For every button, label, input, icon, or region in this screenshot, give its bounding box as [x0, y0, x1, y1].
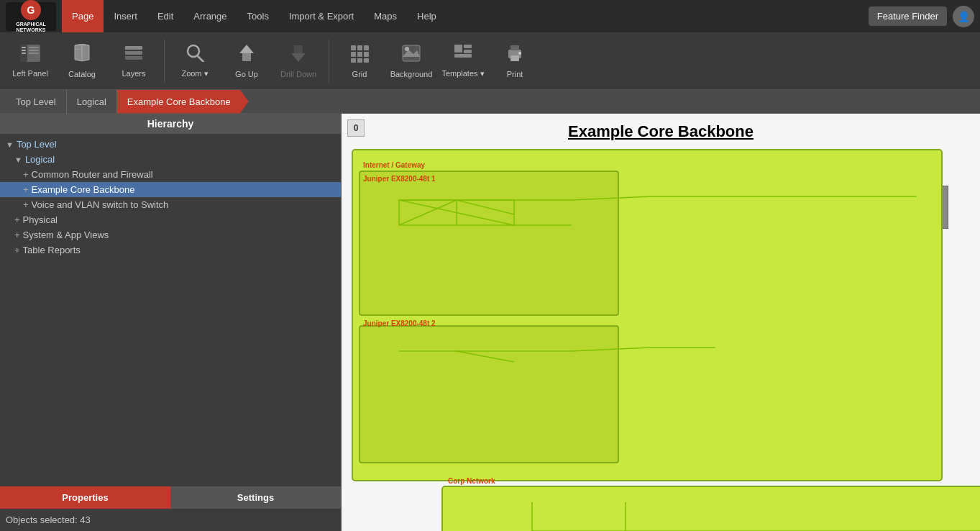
expand-icon-logical: ▼	[14, 155, 22, 164]
svg-rect-31	[454, 45, 462, 53]
svg-rect-25	[351, 58, 356, 63]
plus-icon-physical: +	[14, 214, 20, 225]
toolbar-sep-2	[329, 40, 329, 83]
plus-icon-system-app: +	[14, 230, 20, 240]
menu-arrange[interactable]: Arrange	[183, 0, 237, 32]
cisco-ws-2: Cisco WS-4	[600, 524, 651, 531]
print-icon	[505, 44, 525, 67]
tree-physical[interactable]: + Physical	[0, 212, 341, 227]
svg-rect-22	[351, 52, 356, 57]
zoom-button[interactable]: Zoom ▾	[170, 35, 219, 87]
tree-example-core[interactable]: + Example Core Backbone	[0, 182, 341, 197]
network-node-1	[377, 186, 412, 220]
menu-maps[interactable]: Maps	[364, 0, 407, 32]
user-avatar: 👤	[953, 6, 974, 27]
tree-example-core-label: Example Core Backbone	[32, 184, 135, 195]
tree-logical[interactable]: ▼ Logical	[0, 152, 341, 167]
svg-rect-19	[351, 45, 356, 50]
network-node-4	[520, 186, 554, 220]
menu-tools[interactable]: Tools	[237, 0, 279, 32]
network-node-9	[520, 230, 554, 265]
svg-rect-21	[364, 45, 369, 50]
tree-system-app-label: System & App Views	[23, 230, 109, 240]
objects-selected-text: Objects selected: 43	[6, 514, 91, 525]
logo-text: GRAPHICAL	[16, 22, 46, 27]
background-button[interactable]: Background	[387, 35, 436, 87]
drill-down-button[interactable]: Drill Down	[274, 35, 323, 87]
svg-rect-4	[22, 53, 26, 54]
svg-rect-37	[510, 55, 519, 61]
templates-button[interactable]: Templates ▾	[439, 35, 487, 87]
properties-panel: Properties Settings Objects selected: 43	[0, 486, 341, 531]
go-up-button[interactable]: Go Up	[222, 35, 271, 87]
tabs-row: Properties Settings	[0, 486, 341, 509]
svg-rect-2	[22, 47, 26, 48]
background-label: Background	[390, 70, 433, 78]
network-node-5	[564, 186, 599, 220]
svg-point-30	[405, 47, 409, 51]
network-node-3	[470, 186, 511, 227]
tree-common-router-label: Common Router and Firewall	[32, 169, 153, 180]
menubar: G GRAPHICAL NETWORKS Page Insert Edit Ar…	[0, 0, 980, 32]
app-logo: G GRAPHICAL NETWORKS	[6, 2, 56, 31]
tree-table-reports[interactable]: + Table Reports	[0, 242, 341, 258]
svg-rect-36	[510, 45, 519, 50]
hierarchy-tree: ▼ Top Level ▼ Logical + Common Router an…	[0, 134, 341, 486]
tree-table-reports-label: Table Reports	[23, 245, 81, 255]
svg-text:Internet / Gateway: Internet / Gateway	[363, 161, 426, 169]
breadcrumb-logical[interactable]: Logical	[67, 90, 117, 114]
background-icon	[401, 44, 421, 67]
canvas-area[interactable]: 0 Example Core Backbone	[342, 114, 980, 531]
network-node-far-r1	[644, 186, 675, 217]
sidebar: Hierarchy ▼ Top Level ▼ Logical + Common…	[0, 114, 342, 531]
templates-icon	[453, 43, 473, 66]
svg-rect-24	[364, 52, 369, 57]
catalog-label: Catalog	[68, 70, 96, 78]
left-panel-button[interactable]: Left Panel	[6, 35, 55, 87]
svg-rect-23	[357, 52, 362, 57]
menu-page[interactable]: Page	[62, 0, 104, 32]
network-node-mid-4	[520, 337, 554, 371]
tree-system-app[interactable]: + System & App Views	[0, 227, 341, 242]
properties-content: Objects selected: 43	[0, 509, 341, 531]
network-node-2	[422, 186, 457, 220]
layers-button[interactable]: Layers	[109, 35, 158, 87]
go-up-icon	[237, 44, 257, 67]
layers-icon	[124, 45, 144, 66]
tree-common-router[interactable]: + Common Router and Firewall	[0, 167, 341, 182]
menu-import-export[interactable]: Import & Export	[279, 0, 364, 32]
svg-text:Corp Network: Corp Network	[448, 477, 495, 485]
grid-label: Grid	[352, 70, 367, 78]
network-node-mid-2	[422, 337, 457, 371]
network-node-mid-3	[470, 337, 511, 378]
tree-voice-vlan-label: Voice and VLAN switch to Switch	[32, 199, 169, 210]
menu-help[interactable]: Help	[407, 0, 447, 32]
svg-rect-15	[242, 53, 251, 61]
properties-tab[interactable]: Properties	[0, 486, 170, 509]
catalog-button[interactable]: Catalog	[58, 35, 106, 87]
svg-rect-10	[125, 46, 142, 50]
tree-voice-vlan[interactable]: + Voice and VLAN switch to Switch	[0, 197, 341, 212]
catalog-icon	[72, 44, 92, 67]
breadcrumb-top-level[interactable]: Top Level	[6, 90, 67, 114]
feature-finder-button[interactable]: Feature Finder	[869, 6, 947, 26]
settings-tab[interactable]: Settings	[170, 486, 341, 509]
svg-rect-33	[464, 50, 472, 53]
go-up-label: Go Up	[235, 70, 258, 78]
svg-marker-16	[239, 45, 254, 53]
svg-marker-18	[291, 53, 306, 62]
menu-edit[interactable]: Edit	[147, 0, 183, 32]
grid-button[interactable]: Grid	[335, 35, 384, 87]
menu-insert[interactable]: Insert	[104, 0, 147, 32]
svg-point-38	[518, 52, 521, 55]
network-node-far-r4	[787, 186, 819, 217]
print-button[interactable]: Print	[490, 35, 539, 87]
tree-top-level[interactable]: ▼ Top Level	[0, 137, 341, 152]
svg-rect-17	[294, 45, 303, 54]
page-number-badge: 0	[347, 119, 365, 137]
network-node-6	[377, 230, 412, 265]
breadcrumb-example-core[interactable]: Example Core Backbone	[117, 90, 249, 114]
network-node-mid-r3	[784, 358, 818, 393]
layers-label: Layers	[122, 69, 145, 78]
expand-icon-top: ▼	[6, 140, 14, 149]
